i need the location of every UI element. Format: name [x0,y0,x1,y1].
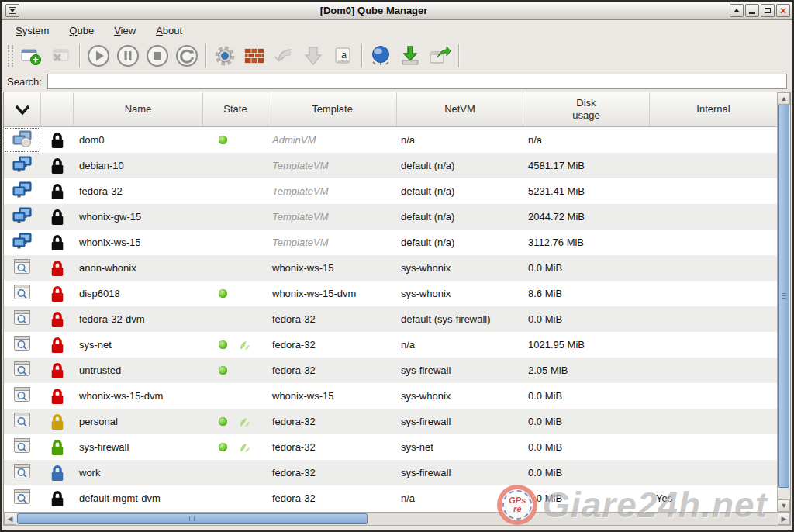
qube-name: whonix-gw-15 [74,204,203,230]
horizontal-scrollbar[interactable]: ◀ ▶ [3,512,791,526]
keyboard-layout-button[interactable]: a [328,42,357,70]
qube-state [203,383,268,409]
menu-about[interactable]: About [151,22,187,39]
close-button[interactable]: ✕ [776,4,790,17]
vertical-scroll-track[interactable] [778,105,790,499]
network-indicator-icon [237,416,250,427]
appvm-icon [13,284,32,301]
column-header-template[interactable]: Template [268,92,397,126]
column-header-netvm[interactable]: NetVM [397,92,523,126]
table-row-debian-10[interactable]: debian-10 TemplateVM default (n/a) 4581.… [4,153,777,178]
shutdown-qube-button[interactable] [143,42,172,70]
qube-internal [650,230,777,255]
qube-state [203,255,268,281]
shade-button[interactable] [730,4,744,17]
install-to-qube-button[interactable] [299,42,328,70]
qube-netvm: sys-firewall [397,358,523,383]
table-row-fedora-32[interactable]: fedora-32 TemplateVM default (n/a) 5231.… [4,178,777,204]
menu-system[interactable]: System [11,22,54,39]
qube-type-icon [4,358,41,383]
column-header-sort[interactable] [4,92,41,126]
titlebar[interactable]: [Dom0] Qube Manager ✕ [2,2,792,20]
toolbar-grip[interactable] [8,45,13,67]
qube-template: whonix-ws-15 [268,255,397,281]
qube-label-lock-icon [41,485,74,511]
running-indicator-icon [219,417,227,426]
scroll-right-button[interactable]: ▶ [778,513,790,525]
table-row-whonix-ws-15[interactable]: whonix-ws-15 TemplateVM default (n/a) 31… [4,230,777,255]
appvm-icon [13,463,32,480]
table-row-fedora-32-dvm[interactable]: fedora-32-dvm fedora-32 default (sys-fir… [4,306,777,332]
qube-netvm: n/a [397,127,523,153]
table-row-whonix-ws-15-dvm[interactable]: whonix-ws-15-dvm whonix-ws-15 sys-whonix… [4,383,777,409]
search-input[interactable] [47,74,787,89]
update-qube-button[interactable] [269,42,299,70]
table-row-sys-net[interactable]: sys-net fedora-32 n/a 1021.95 MiB [4,332,777,358]
update-all-icon [399,45,421,67]
update-qube-icon [273,45,295,67]
qube-state [203,153,268,178]
maximize-button[interactable] [761,4,775,17]
column-header-label[interactable] [41,92,74,126]
table-row-disp6018[interactable]: disp6018 whonix-ws-15-dvm sys-whonix 8.6… [4,281,777,306]
table-row-untrusted[interactable]: untrusted fedora-32 sys-firewall 2.05 Mi… [4,358,777,383]
table-row-personal[interactable]: personal fedora-32 sys-firewall 0.0 MiB [4,409,777,434]
create-new-qube-button[interactable] [16,42,46,70]
table-row-whonix-gw-15[interactable]: whonix-gw-15 TemplateVM default (n/a) 20… [4,204,777,230]
toolbar-separator [458,44,459,67]
column-header-state[interactable]: State [203,92,268,126]
menu-view[interactable]: View [109,22,140,39]
qube-netvm: sys-firewall [397,409,523,434]
qube-template: TemplateVM [268,230,397,255]
qube-settings-button[interactable] [210,42,240,70]
start-qube-button[interactable] [84,42,113,70]
update-all-qubes-button[interactable] [395,42,425,70]
vertical-scroll-thumb[interactable] [778,105,789,488]
table-row-sys-firewall[interactable]: sys-firewall fedora-32 sys-net 0.0 MiB [4,434,777,460]
column-header-disk-usage[interactable]: Disk usage [523,92,650,126]
window-menu-button[interactable] [5,4,19,17]
scroll-down-button[interactable]: ▼ [778,499,790,512]
qube-netvm: sys-firewall [397,460,523,485]
qube-name: dom0 [74,127,203,153]
table-body: dom0 AdminVM n/a n/a debi [4,127,777,512]
restore-qubes-button[interactable] [425,42,454,70]
qube-label-lock-icon [41,434,74,460]
qube-label-lock-icon [41,460,74,485]
qube-netvm: n/a [397,332,523,358]
minimize-button[interactable] [745,4,759,17]
column-header-internal[interactable]: Internal [650,92,777,126]
search-label: Search: [7,76,42,88]
qube-internal [650,460,777,485]
pause-qube-button[interactable] [113,42,143,70]
qube-label-lock-icon [41,230,74,255]
qube-internal [650,127,777,153]
table-row-default-mgmt-dvm[interactable]: default-mgmt-dvm fedora-32 n/a 0.0 MiB Y… [4,485,777,511]
qube-state [203,204,268,230]
global-settings-button[interactable] [366,42,395,70]
keyboard-key-icon: a [332,45,354,67]
qube-label-lock-icon [41,306,74,332]
column-header-name[interactable]: Name [74,92,203,126]
vertical-scrollbar[interactable]: ▲ ▼ [777,92,790,512]
table-row-anon-whonix[interactable]: anon-whonix whonix-ws-15 sys-whonix 0.0 … [4,255,777,281]
edit-firewall-rules-button[interactable] [240,42,269,70]
qube-template: fedora-32 [268,332,397,358]
adminvm-icon [12,130,33,147]
qube-template: TemplateVM [268,153,397,178]
table-row-work[interactable]: work fedora-32 sys-firewall 0.0 MiB [4,460,777,485]
scroll-left-button[interactable]: ◀ [4,513,16,525]
down-arrow-icon [302,45,324,67]
qube-label-lock-icon [41,178,74,204]
scroll-up-button[interactable]: ▲ [778,92,790,105]
qube-type-icon [4,153,41,178]
delete-qube-button[interactable] [46,42,75,70]
qube-disk-usage: 1021.95 MiB [523,332,650,358]
restart-qube-button[interactable] [172,42,202,70]
menu-qube[interactable]: Qube [64,22,98,39]
qube-name: disp6018 [74,281,203,306]
table-row-dom0[interactable]: dom0 AdminVM n/a n/a [4,127,777,153]
horizontal-scroll-track[interactable] [16,513,778,525]
qube-state [203,409,268,434]
horizontal-scroll-thumb[interactable] [17,513,368,524]
